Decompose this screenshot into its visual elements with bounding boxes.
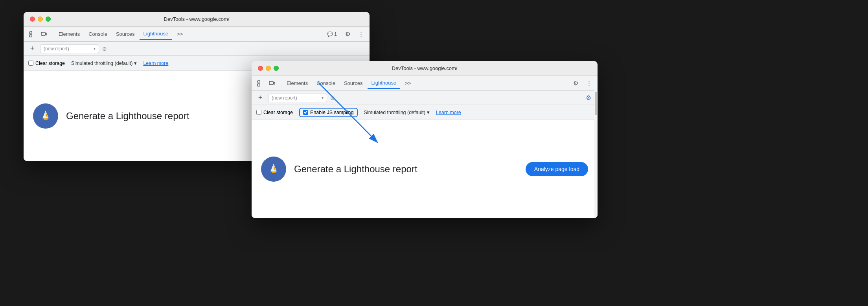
tab-lighthouse-back[interactable]: Lighthouse	[140, 28, 173, 40]
minimize-button-front[interactable]	[266, 66, 271, 71]
svg-rect-8	[257, 81, 260, 83]
svg-rect-6	[44, 118, 48, 120]
svg-rect-0	[29, 31, 32, 34]
throttle-select-front[interactable]: Simulated throttling (default) ▾	[364, 109, 430, 115]
clear-storage-input-front[interactable]	[256, 110, 261, 115]
device-icon-front[interactable]	[267, 78, 278, 89]
settings-icon-back[interactable]: ⚙	[342, 29, 353, 40]
learn-more-link-back[interactable]: Learn more	[143, 61, 168, 66]
console-count-back: 1	[334, 31, 337, 37]
throttle-arrow-front: ▾	[427, 109, 430, 115]
dropdown-arrow-back: ▾	[94, 46, 96, 51]
tab-separator-back	[52, 30, 52, 38]
clear-storage-input-back[interactable]	[28, 61, 33, 66]
throttle-arrow-back: ▾	[134, 60, 137, 66]
inspector-icon-front[interactable]	[255, 78, 266, 89]
clear-storage-label-back: Clear storage	[35, 61, 65, 66]
generate-title-front: Generate a Lighthouse report	[294, 164, 417, 175]
gear-blue-button-front[interactable]: ⚙	[583, 93, 594, 103]
report-bar-front: + (new report) ▾ ⊘ ⚙	[252, 91, 598, 105]
minimize-button-back[interactable]	[38, 17, 43, 22]
traffic-lights-front	[258, 66, 279, 71]
scrollbar-thumb[interactable]	[595, 92, 597, 115]
clear-storage-label-front: Clear storage	[263, 110, 293, 115]
window-title-front: DevTools - www.google.com/	[392, 65, 458, 71]
tabs-right-front: ⚙ ⋮	[570, 78, 594, 89]
scrollbar-track	[594, 76, 598, 218]
devtools-window-front: DevTools - www.google.com/ Elements Cons…	[252, 61, 598, 218]
inspector-icon-back[interactable]	[27, 29, 38, 40]
tab-console-front[interactable]: Console	[313, 78, 339, 88]
tabs-right-back: 💬 1 ⚙ ⋮	[324, 29, 366, 40]
report-select-front[interactable]: (new report) ▾	[268, 94, 327, 102]
svg-rect-3	[46, 33, 47, 35]
generate-title-back: Generate a Lighthouse report	[66, 111, 189, 122]
tab-elements-back[interactable]: Elements	[55, 29, 84, 39]
maximize-button-back[interactable]	[46, 17, 51, 22]
tabs-bar-back: Elements Console Sources Lighthouse >> 💬…	[24, 27, 370, 42]
tab-sources-back[interactable]: Sources	[112, 29, 139, 39]
analyze-page-load-button[interactable]: Analyze page load	[526, 162, 588, 176]
console-icon-back: 💬	[327, 31, 333, 37]
console-badge-back[interactable]: 💬 1	[324, 30, 340, 38]
delete-report-button-front[interactable]: ⊘	[330, 95, 335, 101]
lighthouse-logo-back	[33, 103, 58, 129]
clear-storage-checkbox-back[interactable]: Clear storage	[28, 61, 65, 66]
learn-more-link-front[interactable]: Learn more	[436, 110, 461, 115]
svg-rect-2	[41, 32, 45, 35]
throttle-label-front: Simulated throttling (default)	[364, 110, 425, 115]
throttle-label-back: Simulated throttling (default)	[71, 61, 132, 66]
report-bar-back: + (new report) ▾ ⊘	[24, 42, 370, 56]
tab-elements-front[interactable]: Elements	[283, 78, 312, 88]
svg-rect-10	[269, 81, 273, 85]
svg-rect-9	[257, 84, 260, 86]
more-icon-back[interactable]: ⋮	[355, 29, 366, 40]
svg-rect-14	[272, 171, 276, 173]
main-content-front: Generate a Lighthouse report Analyze pag…	[252, 120, 598, 218]
clear-storage-checkbox-front[interactable]: Clear storage	[256, 110, 293, 115]
close-button-back[interactable]	[30, 17, 35, 22]
tab-console-back[interactable]: Console	[85, 29, 111, 39]
report-select-back[interactable]: (new report) ▾	[40, 44, 99, 53]
more-icon-front[interactable]: ⋮	[583, 78, 594, 89]
enable-js-sampling-input[interactable]	[303, 110, 308, 115]
report-select-text-back: (new report)	[44, 46, 92, 52]
tab-separator-front	[280, 79, 280, 87]
tab-more-front[interactable]: >>	[401, 78, 415, 88]
traffic-lights-back	[30, 17, 51, 22]
title-bar-back: DevTools - www.google.com/	[24, 12, 370, 27]
report-select-text-front: (new report)	[272, 95, 320, 101]
settings-icon-front[interactable]: ⚙	[570, 78, 581, 89]
add-report-button-back[interactable]: +	[28, 44, 37, 53]
dropdown-arrow-front: ▾	[322, 96, 324, 100]
device-icon-back[interactable]	[39, 29, 50, 40]
options-bar-front: Clear storage Enable JS sampling Simulat…	[252, 105, 598, 120]
title-bar-front: DevTools - www.google.com/	[252, 61, 598, 76]
tabs-bar-front: Elements Console Sources Lighthouse >> ⚙…	[252, 76, 598, 91]
tab-more-back[interactable]: >>	[173, 29, 187, 39]
window-title-back: DevTools - www.google.com/	[164, 16, 230, 22]
tab-sources-front[interactable]: Sources	[340, 78, 367, 88]
tab-lighthouse-front[interactable]: Lighthouse	[368, 77, 401, 89]
svg-rect-1	[29, 35, 32, 37]
maximize-button-front[interactable]	[274, 66, 279, 71]
enable-js-sampling-checkbox[interactable]: Enable JS sampling	[299, 108, 357, 117]
close-button-front[interactable]	[258, 66, 263, 71]
svg-rect-11	[274, 82, 275, 84]
add-report-button-front[interactable]: +	[256, 93, 265, 103]
delete-report-button-back[interactable]: ⊘	[102, 46, 107, 52]
enable-js-sampling-label: Enable JS sampling	[310, 110, 353, 115]
lighthouse-logo-front	[261, 157, 286, 182]
throttle-select-back[interactable]: Simulated throttling (default) ▾	[71, 60, 137, 66]
